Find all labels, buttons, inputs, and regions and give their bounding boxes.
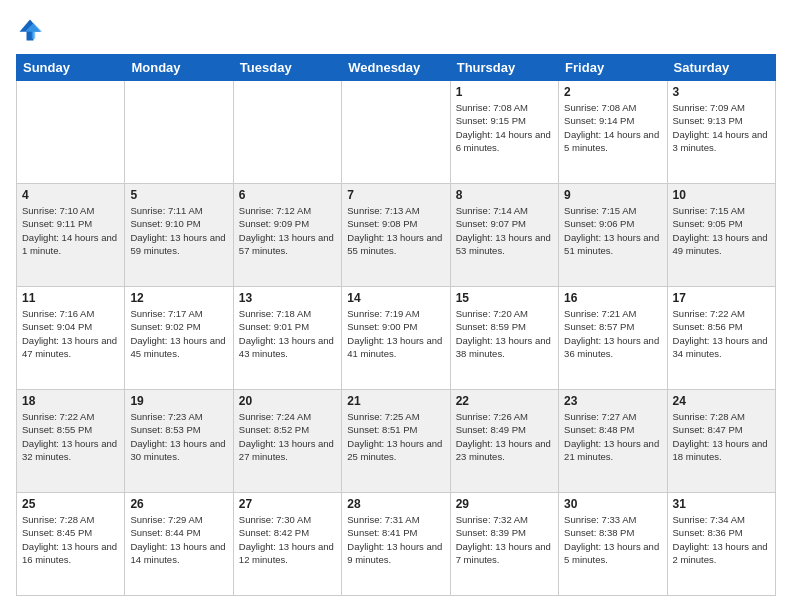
day-number: 28 [347,497,444,511]
calendar-cell: 1Sunrise: 7:08 AM Sunset: 9:15 PM Daylig… [450,81,558,184]
calendar-cell: 4Sunrise: 7:10 AM Sunset: 9:11 PM Daylig… [17,184,125,287]
calendar-week-row: 11Sunrise: 7:16 AM Sunset: 9:04 PM Dayli… [17,287,776,390]
day-info: Sunrise: 7:22 AM Sunset: 8:55 PM Dayligh… [22,410,119,463]
day-number: 17 [673,291,770,305]
day-number: 12 [130,291,227,305]
weekday-header-monday: Monday [125,55,233,81]
day-info: Sunrise: 7:25 AM Sunset: 8:51 PM Dayligh… [347,410,444,463]
day-info: Sunrise: 7:32 AM Sunset: 8:39 PM Dayligh… [456,513,553,566]
calendar-cell [17,81,125,184]
weekday-header-thursday: Thursday [450,55,558,81]
calendar-cell: 30Sunrise: 7:33 AM Sunset: 8:38 PM Dayli… [559,493,667,596]
day-info: Sunrise: 7:11 AM Sunset: 9:10 PM Dayligh… [130,204,227,257]
day-number: 31 [673,497,770,511]
day-number: 14 [347,291,444,305]
day-number: 18 [22,394,119,408]
day-info: Sunrise: 7:33 AM Sunset: 8:38 PM Dayligh… [564,513,661,566]
day-info: Sunrise: 7:28 AM Sunset: 8:47 PM Dayligh… [673,410,770,463]
weekday-header-wednesday: Wednesday [342,55,450,81]
logo [16,16,48,44]
day-number: 8 [456,188,553,202]
day-info: Sunrise: 7:15 AM Sunset: 9:06 PM Dayligh… [564,204,661,257]
calendar-cell: 28Sunrise: 7:31 AM Sunset: 8:41 PM Dayli… [342,493,450,596]
day-number: 27 [239,497,336,511]
day-number: 10 [673,188,770,202]
day-info: Sunrise: 7:27 AM Sunset: 8:48 PM Dayligh… [564,410,661,463]
header [16,16,776,44]
calendar-cell: 10Sunrise: 7:15 AM Sunset: 9:05 PM Dayli… [667,184,775,287]
calendar-week-row: 4Sunrise: 7:10 AM Sunset: 9:11 PM Daylig… [17,184,776,287]
day-number: 29 [456,497,553,511]
day-number: 21 [347,394,444,408]
calendar-week-row: 1Sunrise: 7:08 AM Sunset: 9:15 PM Daylig… [17,81,776,184]
day-number: 5 [130,188,227,202]
day-info: Sunrise: 7:14 AM Sunset: 9:07 PM Dayligh… [456,204,553,257]
day-number: 3 [673,85,770,99]
calendar-cell: 9Sunrise: 7:15 AM Sunset: 9:06 PM Daylig… [559,184,667,287]
calendar-week-row: 25Sunrise: 7:28 AM Sunset: 8:45 PM Dayli… [17,493,776,596]
calendar-cell: 11Sunrise: 7:16 AM Sunset: 9:04 PM Dayli… [17,287,125,390]
day-number: 19 [130,394,227,408]
day-info: Sunrise: 7:08 AM Sunset: 9:14 PM Dayligh… [564,101,661,154]
day-number: 22 [456,394,553,408]
day-number: 23 [564,394,661,408]
day-number: 16 [564,291,661,305]
day-info: Sunrise: 7:34 AM Sunset: 8:36 PM Dayligh… [673,513,770,566]
calendar-cell: 16Sunrise: 7:21 AM Sunset: 8:57 PM Dayli… [559,287,667,390]
day-info: Sunrise: 7:29 AM Sunset: 8:44 PM Dayligh… [130,513,227,566]
page: SundayMondayTuesdayWednesdayThursdayFrid… [0,0,792,612]
calendar-cell: 7Sunrise: 7:13 AM Sunset: 9:08 PM Daylig… [342,184,450,287]
day-info: Sunrise: 7:22 AM Sunset: 8:56 PM Dayligh… [673,307,770,360]
day-info: Sunrise: 7:13 AM Sunset: 9:08 PM Dayligh… [347,204,444,257]
day-info: Sunrise: 7:17 AM Sunset: 9:02 PM Dayligh… [130,307,227,360]
day-number: 7 [347,188,444,202]
logo-icon [16,16,44,44]
weekday-header-tuesday: Tuesday [233,55,341,81]
day-info: Sunrise: 7:31 AM Sunset: 8:41 PM Dayligh… [347,513,444,566]
day-number: 20 [239,394,336,408]
day-number: 6 [239,188,336,202]
weekday-header-friday: Friday [559,55,667,81]
weekday-header-sunday: Sunday [17,55,125,81]
calendar-cell: 27Sunrise: 7:30 AM Sunset: 8:42 PM Dayli… [233,493,341,596]
day-info: Sunrise: 7:26 AM Sunset: 8:49 PM Dayligh… [456,410,553,463]
calendar-cell: 23Sunrise: 7:27 AM Sunset: 8:48 PM Dayli… [559,390,667,493]
calendar-cell: 26Sunrise: 7:29 AM Sunset: 8:44 PM Dayli… [125,493,233,596]
calendar-cell: 20Sunrise: 7:24 AM Sunset: 8:52 PM Dayli… [233,390,341,493]
calendar-cell: 8Sunrise: 7:14 AM Sunset: 9:07 PM Daylig… [450,184,558,287]
calendar-cell: 15Sunrise: 7:20 AM Sunset: 8:59 PM Dayli… [450,287,558,390]
calendar-cell: 22Sunrise: 7:26 AM Sunset: 8:49 PM Dayli… [450,390,558,493]
calendar-cell [342,81,450,184]
day-info: Sunrise: 7:18 AM Sunset: 9:01 PM Dayligh… [239,307,336,360]
day-info: Sunrise: 7:16 AM Sunset: 9:04 PM Dayligh… [22,307,119,360]
day-info: Sunrise: 7:28 AM Sunset: 8:45 PM Dayligh… [22,513,119,566]
calendar-cell: 18Sunrise: 7:22 AM Sunset: 8:55 PM Dayli… [17,390,125,493]
weekday-header-row: SundayMondayTuesdayWednesdayThursdayFrid… [17,55,776,81]
calendar-cell: 6Sunrise: 7:12 AM Sunset: 9:09 PM Daylig… [233,184,341,287]
day-number: 15 [456,291,553,305]
day-info: Sunrise: 7:24 AM Sunset: 8:52 PM Dayligh… [239,410,336,463]
calendar-cell: 3Sunrise: 7:09 AM Sunset: 9:13 PM Daylig… [667,81,775,184]
day-info: Sunrise: 7:09 AM Sunset: 9:13 PM Dayligh… [673,101,770,154]
day-number: 11 [22,291,119,305]
weekday-header-saturday: Saturday [667,55,775,81]
day-info: Sunrise: 7:23 AM Sunset: 8:53 PM Dayligh… [130,410,227,463]
day-number: 24 [673,394,770,408]
day-number: 2 [564,85,661,99]
calendar-cell: 5Sunrise: 7:11 AM Sunset: 9:10 PM Daylig… [125,184,233,287]
calendar-cell: 14Sunrise: 7:19 AM Sunset: 9:00 PM Dayli… [342,287,450,390]
calendar-cell: 12Sunrise: 7:17 AM Sunset: 9:02 PM Dayli… [125,287,233,390]
day-info: Sunrise: 7:12 AM Sunset: 9:09 PM Dayligh… [239,204,336,257]
day-info: Sunrise: 7:08 AM Sunset: 9:15 PM Dayligh… [456,101,553,154]
calendar-cell: 21Sunrise: 7:25 AM Sunset: 8:51 PM Dayli… [342,390,450,493]
calendar-cell: 31Sunrise: 7:34 AM Sunset: 8:36 PM Dayli… [667,493,775,596]
day-info: Sunrise: 7:15 AM Sunset: 9:05 PM Dayligh… [673,204,770,257]
calendar-cell: 24Sunrise: 7:28 AM Sunset: 8:47 PM Dayli… [667,390,775,493]
day-info: Sunrise: 7:19 AM Sunset: 9:00 PM Dayligh… [347,307,444,360]
calendar-cell: 19Sunrise: 7:23 AM Sunset: 8:53 PM Dayli… [125,390,233,493]
calendar-cell: 17Sunrise: 7:22 AM Sunset: 8:56 PM Dayli… [667,287,775,390]
day-info: Sunrise: 7:10 AM Sunset: 9:11 PM Dayligh… [22,204,119,257]
calendar-cell [233,81,341,184]
calendar-cell: 25Sunrise: 7:28 AM Sunset: 8:45 PM Dayli… [17,493,125,596]
day-info: Sunrise: 7:30 AM Sunset: 8:42 PM Dayligh… [239,513,336,566]
